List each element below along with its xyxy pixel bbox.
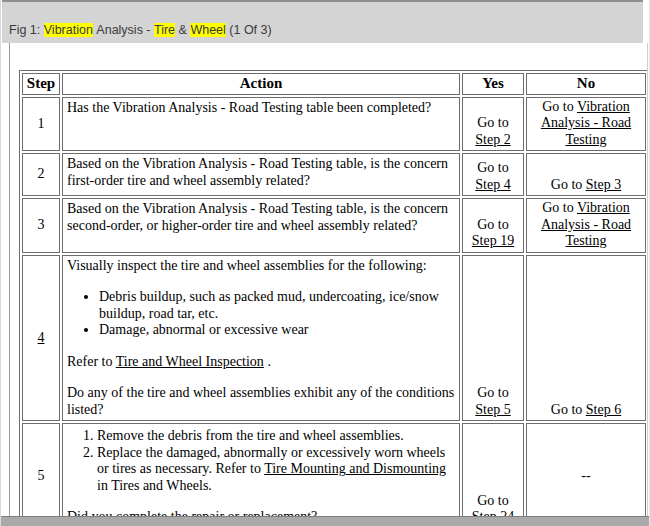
go-to-text: Go to xyxy=(542,99,577,114)
figure-caption-bar: Fig 1: Vibration Analysis - Tire & Wheel… xyxy=(2,0,643,43)
action-text: Based on the Vibration Analysis - Road T… xyxy=(67,201,455,234)
col-header-action: Action xyxy=(62,73,460,95)
link-step-5[interactable]: Step 5 xyxy=(475,402,510,417)
action-question: Do any of the tire and wheel assemblies … xyxy=(67,385,455,418)
caption-text: & xyxy=(175,23,190,37)
no-cell: -- xyxy=(526,423,646,516)
link-tire-mounting-and-dismounting[interactable]: Tire Mounting and Dismounting xyxy=(264,461,446,476)
col-header-no: No xyxy=(526,73,646,95)
numbered-item-text: in Tires and Wheels. xyxy=(97,478,212,493)
refer-line: Refer to Tire and Wheel Inspection . xyxy=(67,354,455,371)
go-to-text: Go to xyxy=(551,402,586,417)
highlighted-term: Vibration xyxy=(44,23,93,37)
table-row-step-2: 2 Based on the Vibration Analysis - Road… xyxy=(22,153,646,196)
step-number: 2 xyxy=(22,153,60,196)
bullet-item: Damage, abnormal or excessive wear xyxy=(99,322,455,339)
yes-cell: Go to Step 5 xyxy=(462,255,524,422)
table-header-row: Step Action Yes No xyxy=(22,73,646,95)
action-cell: Remove the debris from the tire and whee… xyxy=(62,423,460,516)
yes-cell: Go to Step 2 xyxy=(462,97,524,152)
go-to-text: Go to xyxy=(551,177,586,192)
table-row-step-4: 4 Visually inspect the tire and wheel as… xyxy=(22,255,646,422)
no-cell: Go to Vibration Analysis - Road Testing xyxy=(526,198,646,253)
action-cell: Visually inspect the tire and wheel asse… xyxy=(62,255,460,422)
action-cell: Based on the Vibration Analysis - Road T… xyxy=(62,153,460,196)
inspection-bullet-list: Debris buildup, such as packed mud, unde… xyxy=(67,289,455,339)
step-number: 5 xyxy=(22,423,60,516)
step-number-link-cell: 4 xyxy=(22,255,60,422)
numbered-item: Replace the damaged, abnormally or exces… xyxy=(97,445,455,495)
yes-cell: Go to Step 19 xyxy=(462,198,524,253)
action-cell: Based on the Vibration Analysis - Road T… xyxy=(62,198,460,253)
no-cell: Go to Vibration Analysis - Road Testing xyxy=(526,97,646,152)
link-step-19[interactable]: Step 19 xyxy=(472,233,514,248)
link-step-4[interactable]: Step 4 xyxy=(475,177,510,192)
bullet-item: Debris buildup, such as packed mud, unde… xyxy=(99,289,455,322)
caption-text: Analysis - xyxy=(93,23,154,37)
repair-numbered-list: Remove the debris from the tire and whee… xyxy=(67,428,455,494)
go-to-text: Go to xyxy=(477,160,509,175)
step-number: 1 xyxy=(22,97,60,152)
figure-caption-prefix: Fig 1: xyxy=(9,23,44,37)
link-tire-and-wheel-inspection[interactable]: Tire and Wheel Inspection xyxy=(116,354,264,369)
link-step-6[interactable]: Step 6 xyxy=(586,402,621,417)
step-number: 3 xyxy=(22,198,60,253)
yes-cell: Go to Step 4 xyxy=(462,153,524,196)
decision-table: Step Action Yes No 1 Has the Vibration A… xyxy=(19,70,648,516)
document-area: Step Action Yes No 1 Has the Vibration A… xyxy=(9,43,648,516)
link-step-4-self[interactable]: 4 xyxy=(38,330,45,345)
go-to-text: Go to xyxy=(477,217,509,232)
go-to-text: Go to xyxy=(477,493,509,508)
go-to-text: Go to xyxy=(477,385,509,400)
refer-text: Refer to xyxy=(67,354,116,369)
table-row-step-5: 5 Remove the debris from the tire and wh… xyxy=(22,423,646,516)
highlighted-term: Wheel xyxy=(190,23,225,37)
go-to-text: Go to xyxy=(477,115,509,130)
link-step-2[interactable]: Step 2 xyxy=(475,132,510,147)
link-step-3[interactable]: Step 3 xyxy=(586,177,621,192)
numbered-item: Remove the debris from the tire and whee… xyxy=(97,428,455,445)
window: Fig 1: Vibration Analysis - Tire & Wheel… xyxy=(0,0,650,526)
go-to-text: Go to xyxy=(542,200,577,215)
highlighted-term: Tire xyxy=(154,23,175,37)
refer-suffix: . xyxy=(264,354,271,369)
col-header-step: Step xyxy=(22,73,60,95)
caption-text: (1 Of 3) xyxy=(226,23,272,37)
yes-cell: Go to Step 24 xyxy=(462,423,524,516)
action-text: Based on the Vibration Analysis - Road T… xyxy=(67,156,455,189)
table-row-step-3: 3 Based on the Vibration Analysis - Road… xyxy=(22,198,646,253)
table-row-step-1: 1 Has the Vibration Analysis - Road Test… xyxy=(22,97,646,152)
action-intro: Visually inspect the tire and wheel asse… xyxy=(67,258,455,275)
not-applicable-text: -- xyxy=(581,468,590,483)
no-cell: Go to Step 3 xyxy=(526,153,646,196)
action-text: Has the Vibration Analysis - Road Testin… xyxy=(67,100,455,117)
col-header-yes: Yes xyxy=(462,73,524,95)
action-cell: Has the Vibration Analysis - Road Testin… xyxy=(62,97,460,152)
no-cell: Go to Step 6 xyxy=(526,255,646,422)
window-bottom-edge xyxy=(1,516,649,526)
